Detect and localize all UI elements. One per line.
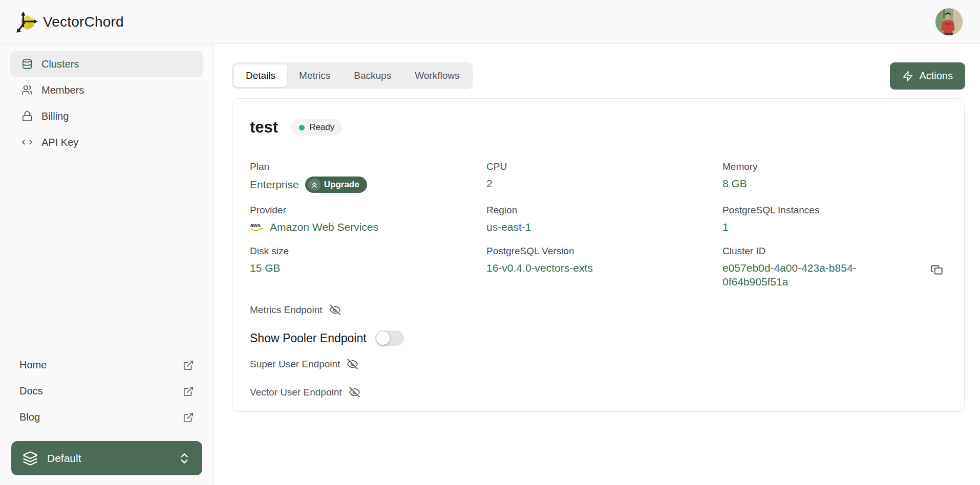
field-label: Plan bbox=[250, 161, 486, 173]
eye-off-icon[interactable] bbox=[347, 358, 358, 370]
sidebar-item-label: Clusters bbox=[41, 58, 79, 70]
link-label: Docs bbox=[19, 385, 43, 397]
cluster-name: test bbox=[250, 118, 278, 137]
field-memory: Memory 8 GB bbox=[722, 161, 947, 193]
metrics-endpoint-row: Metrics Endpoint bbox=[250, 304, 947, 316]
metrics-endpoint-label: Metrics Endpoint bbox=[250, 304, 323, 316]
sidebar-bottom: Home Docs Blog Default bbox=[0, 352, 214, 485]
layers-icon bbox=[23, 451, 38, 466]
field-label: Disk size bbox=[250, 246, 486, 257]
app: { "brand": { "name": "VectorChord" }, "s… bbox=[0, 0, 980, 485]
link-label: Blog bbox=[19, 411, 40, 423]
pooler-endpoint-toggle[interactable] bbox=[375, 330, 404, 346]
sidebar-item-clusters[interactable]: Clusters bbox=[10, 51, 203, 77]
external-link-icon bbox=[183, 386, 194, 397]
database-icon bbox=[22, 58, 33, 70]
field-label: Memory bbox=[722, 161, 947, 173]
field-postgresql-instances: PostgreSQL Instances 1 bbox=[722, 205, 947, 234]
field-postgresql-version: PostgreSQL Version 16-v0.4.0-vectors-ext… bbox=[486, 246, 722, 289]
sidebar-link-home[interactable]: Home bbox=[11, 352, 202, 378]
super-user-endpoint-label: Super User Endpoint bbox=[250, 359, 340, 370]
upgrade-button[interactable]: Upgrade bbox=[305, 177, 367, 193]
toggle-knob bbox=[376, 332, 390, 345]
code-icon bbox=[22, 137, 33, 148]
eye-off-icon[interactable] bbox=[349, 386, 360, 398]
field-value: e057eb0d-4a00-423a-b854-0f64b905f51a bbox=[722, 261, 870, 289]
sidebar-item-api-key[interactable]: API Key bbox=[10, 129, 203, 155]
tab-details[interactable]: Details bbox=[234, 64, 287, 87]
sidebar-link-docs[interactable]: Docs bbox=[11, 378, 202, 404]
copy-cluster-id-button[interactable] bbox=[928, 261, 946, 279]
sidebar-link-blog[interactable]: Blog bbox=[11, 404, 202, 430]
super-user-endpoint-row: Super User Endpoint bbox=[250, 358, 947, 370]
lock-icon bbox=[22, 111, 33, 122]
brand-name: VectorChord bbox=[43, 14, 124, 30]
field-value: 15 GB bbox=[250, 261, 281, 275]
copy-icon bbox=[930, 263, 944, 277]
svg-text:aws: aws bbox=[250, 222, 261, 228]
field-value: Amazon Web Services bbox=[270, 220, 378, 234]
cluster-details-card: test Ready Plan Enterprise bbox=[232, 98, 965, 412]
tab-workflows[interactable]: Workflows bbox=[403, 64, 471, 87]
chevrons-up-down-icon bbox=[178, 452, 191, 465]
field-plan: Plan Enterprise Upgrade bbox=[250, 161, 486, 193]
user-avatar[interactable] bbox=[935, 8, 963, 35]
cluster-fields-grid: Plan Enterprise Upgrade CPU 2 bbox=[250, 161, 947, 289]
sidebar-item-billing[interactable]: Billing bbox=[10, 103, 203, 129]
field-value: 2 bbox=[486, 177, 493, 190]
chevrons-up-icon bbox=[308, 179, 321, 191]
external-link-icon bbox=[183, 360, 194, 371]
field-value: 16-v0.4.0-vectors-exts bbox=[486, 261, 593, 275]
vector-user-endpoint-label: Vector User Endpoint bbox=[250, 387, 342, 398]
tab-backups[interactable]: Backups bbox=[342, 64, 403, 87]
cluster-title-row: test Ready bbox=[250, 117, 947, 138]
vector-user-endpoint-row: Vector User Endpoint bbox=[250, 386, 947, 398]
header: VectorChord bbox=[0, 0, 980, 44]
external-link-icon bbox=[183, 412, 194, 423]
sidebar-nav: Clusters Members Billing bbox=[0, 44, 214, 155]
field-label: Region bbox=[486, 205, 722, 216]
tab-metrics[interactable]: Metrics bbox=[287, 64, 342, 87]
status-label: Ready bbox=[309, 122, 334, 133]
main-content: Details Metrics Backups Workflows Action… bbox=[215, 44, 980, 485]
cluster-tabs: Details Metrics Backups Workflows bbox=[232, 62, 473, 89]
field-label: CPU bbox=[486, 161, 722, 173]
actions-button[interactable]: Actions bbox=[890, 62, 965, 90]
org-switcher-label: Default bbox=[47, 452, 81, 465]
org-switcher-button[interactable]: Default bbox=[11, 441, 202, 475]
sidebar: Clusters Members Billing bbox=[0, 44, 214, 485]
pooler-endpoint-label: Show Pooler Endpoint bbox=[250, 332, 367, 345]
actions-button-label: Actions bbox=[919, 70, 953, 82]
pooler-endpoint-row: Show Pooler Endpoint bbox=[250, 330, 947, 346]
field-value: us-east-1 bbox=[486, 220, 531, 234]
field-label: Cluster ID bbox=[722, 246, 947, 257]
users-icon bbox=[22, 84, 33, 96]
field-region: Region us-east-1 bbox=[486, 205, 722, 234]
sidebar-item-members[interactable]: Members bbox=[10, 77, 203, 103]
sidebar-item-label: API Key bbox=[41, 137, 78, 148]
vectorchord-logo-icon bbox=[15, 10, 39, 34]
status-badge: Ready bbox=[291, 119, 342, 136]
aws-icon: aws bbox=[250, 222, 264, 232]
status-dot-icon bbox=[299, 125, 305, 130]
field-cluster-id: Cluster ID e057eb0d-4a00-423a-b854-0f64b… bbox=[722, 246, 947, 289]
sidebar-item-label: Members bbox=[41, 84, 84, 96]
field-label: PostgreSQL Version bbox=[486, 246, 722, 257]
sidebar-item-label: Billing bbox=[41, 111, 69, 122]
zap-icon bbox=[902, 71, 913, 82]
field-cpu: CPU 2 bbox=[486, 161, 722, 193]
field-provider: Provider aws Amazon Web Services bbox=[250, 205, 486, 234]
field-label: PostgreSQL Instances bbox=[722, 205, 947, 216]
brand-logo: VectorChord bbox=[15, 10, 124, 34]
field-disk-size: Disk size 15 GB bbox=[250, 246, 486, 289]
upgrade-label: Upgrade bbox=[324, 180, 359, 190]
field-value: 1 bbox=[722, 220, 729, 234]
link-label: Home bbox=[19, 359, 47, 371]
eye-off-icon[interactable] bbox=[329, 304, 341, 316]
field-value: Enterprise bbox=[250, 178, 299, 191]
field-value: 8 GB bbox=[722, 177, 747, 190]
field-label: Provider bbox=[250, 205, 486, 216]
